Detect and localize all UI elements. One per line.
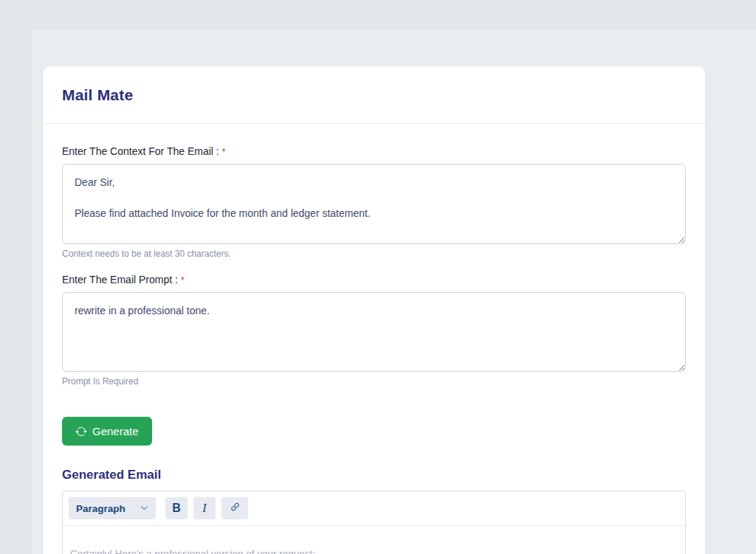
mail-mate-card: Mail Mate Enter The Context For The Emai… xyxy=(43,66,705,554)
chevron-down-icon xyxy=(140,503,148,514)
card-body: Enter The Context For The Email : * Dear… xyxy=(43,124,705,554)
prompt-helper-text: Prompt Is Required xyxy=(62,376,686,387)
card-header: Mail Mate xyxy=(43,66,705,124)
editor-toolbar: Paragraph B I xyxy=(63,491,685,526)
context-textarea[interactable]: Dear Sir, Please find attached Invoice f… xyxy=(62,164,686,244)
generate-button-label: Generate xyxy=(92,425,139,437)
paragraph-dropdown-value: Paragraph xyxy=(76,503,126,514)
paragraph-format-dropdown[interactable]: Paragraph xyxy=(69,497,156,519)
bold-button[interactable]: B xyxy=(165,497,188,519)
context-label: Enter The Context For The Email : * xyxy=(62,145,686,157)
generate-button[interactable]: Generate xyxy=(62,417,152,446)
link-button[interactable] xyxy=(221,497,248,519)
arrow-repeat-icon xyxy=(75,426,87,437)
context-field-group: Enter The Context For The Email : * Dear… xyxy=(62,145,686,259)
context-helper-text: Context needs to be at least 30 characte… xyxy=(62,249,686,259)
link-icon xyxy=(230,502,241,515)
prompt-textarea[interactable]: rewrite in a professional tone. xyxy=(62,292,686,372)
prompt-label: Enter The Email Prompt : * xyxy=(62,274,686,285)
prompt-label-text: Enter The Email Prompt : xyxy=(62,274,181,285)
rich-text-editor: Paragraph B I xyxy=(62,491,686,554)
required-asterisk: * xyxy=(181,274,185,285)
generated-email-content[interactable]: Certainly! Here's a professional version… xyxy=(63,526,685,554)
prompt-field-group: Enter The Email Prompt : * rewrite in a … xyxy=(62,274,686,387)
italic-button[interactable]: I xyxy=(193,497,216,519)
generated-email-heading: Generated Email xyxy=(62,468,686,482)
required-asterisk: * xyxy=(222,146,226,157)
context-label-text: Enter The Context For The Email : xyxy=(62,145,222,157)
page-title: Mail Mate xyxy=(62,86,133,104)
